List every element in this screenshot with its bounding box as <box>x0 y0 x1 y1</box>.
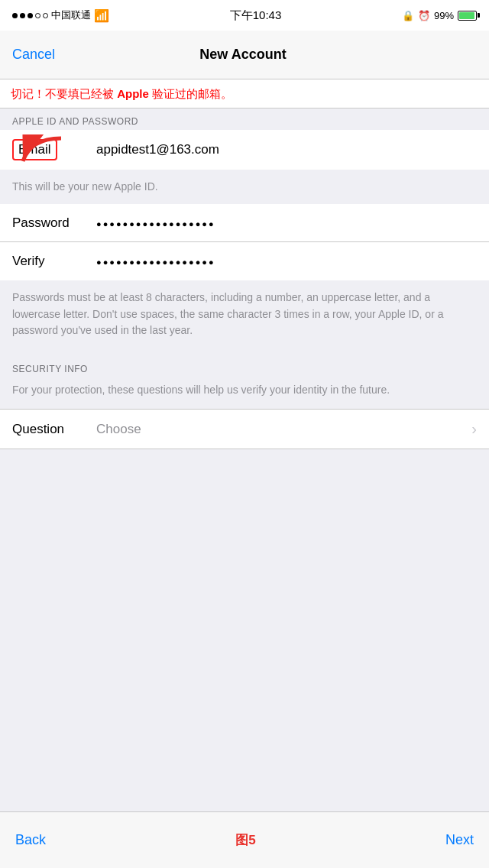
email-section: Email appidtest1@163.com <box>0 130 489 170</box>
verify-value: ●●●●●●●●●●●●●●●●●● <box>96 254 477 269</box>
next-button[interactable]: Next <box>445 832 474 848</box>
chevron-right-icon: › <box>471 420 477 438</box>
verify-label: Verify <box>12 254 96 269</box>
signal-dots <box>12 13 48 18</box>
password-dots: ●●●●●●●●●●●●●●●●●● <box>96 219 215 228</box>
signal-dot-4 <box>35 13 40 18</box>
arrow-annotation <box>8 134 69 173</box>
section-header-apple-id: APPLE ID AND PASSWORD <box>0 108 489 130</box>
cancel-button[interactable]: Cancel <box>12 47 55 63</box>
verify-row[interactable]: Verify ●●●●●●●●●●●●●●●●●● <box>0 242 489 280</box>
signal-dot-1 <box>12 13 18 18</box>
password-form-group: Password ●●●●●●●●●●●●●●●●●● Verify ●●●●●… <box>0 204 489 280</box>
figure-label: 图5 <box>235 831 255 849</box>
password-value: ●●●●●●●●●●●●●●●●●● <box>96 215 477 231</box>
alarm-icon: ⏰ <box>418 10 430 21</box>
red-arrow-icon <box>8 134 69 173</box>
status-left: 中国联通 📶 <box>12 8 109 23</box>
question-value[interactable]: Choose <box>96 422 471 437</box>
page-title: New Account <box>199 47 286 63</box>
battery-percent: 99% <box>434 10 454 21</box>
battery-icon <box>458 11 477 21</box>
security-helper: For your protection, these questions wil… <box>0 377 489 409</box>
status-time: 下午10:43 <box>230 8 282 23</box>
toolbar-center: 图5 <box>235 831 255 849</box>
warning-banner: 切记！不要填已经被 Apple 验证过的邮箱。 <box>0 79 489 108</box>
email-value[interactable]: appidtest1@163.com <box>96 142 477 157</box>
signal-dot-3 <box>28 13 33 18</box>
warning-text: 切记！不要填已经被 Apple 验证过的邮箱。 <box>11 87 232 100</box>
signal-dot-2 <box>20 13 25 18</box>
question-label: Question <box>12 422 96 437</box>
password-row[interactable]: Password ●●●●●●●●●●●●●●●●●● <box>0 204 489 242</box>
password-hint: Passwords must be at least 8 characters,… <box>0 280 489 351</box>
apple-id-helper: This will be your new Apple ID. <box>0 170 489 204</box>
signal-dot-5 <box>43 13 48 18</box>
back-button[interactable]: Back <box>15 832 46 848</box>
bottom-toolbar: Back 图5 Next <box>0 811 489 868</box>
question-row[interactable]: Question Choose › <box>0 409 489 449</box>
wifi-icon: 📶 <box>94 8 109 23</box>
status-bar: 中国联通 📶 下午10:43 🔒 ⏰ 99% <box>0 0 489 31</box>
status-right: 🔒 ⏰ 99% <box>402 10 477 21</box>
nav-bar: Cancel New Account <box>0 31 489 79</box>
battery-fill <box>459 12 474 19</box>
verify-dots: ●●●●●●●●●●●●●●●●●● <box>96 257 215 267</box>
password-label: Password <box>12 215 96 231</box>
security-section-header: SECURITY INFO <box>0 351 489 377</box>
carrier-label: 中国联通 <box>51 8 91 22</box>
password-section: Password ●●●●●●●●●●●●●●●●●● Verify ●●●●●… <box>0 204 489 280</box>
lock-icon: 🔒 <box>402 10 414 21</box>
email-row[interactable]: Email appidtest1@163.com <box>0 130 489 170</box>
